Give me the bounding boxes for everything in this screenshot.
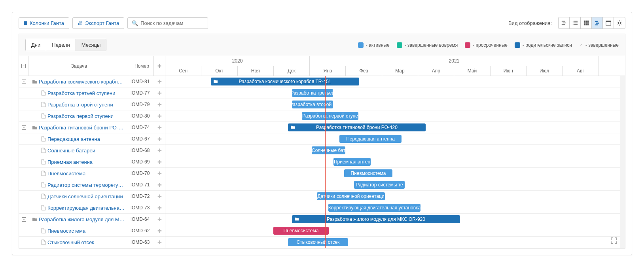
- svg-line-28: [617, 21, 618, 22]
- year-header: 2021: [310, 56, 599, 66]
- task-name-link[interactable]: Разработка третьей ступени: [47, 90, 126, 96]
- svg-rect-13: [585, 22, 587, 24]
- view-grid-icon[interactable]: [581, 17, 592, 28]
- gantt-bar[interactable]: Солнечные бат: [312, 146, 345, 154]
- task-name-link[interactable]: Пневмосистема: [47, 228, 126, 234]
- gantt-bar[interactable]: Корректирующая двигательная установка: [328, 204, 420, 212]
- gantt-export-button[interactable]: 🖶 Экспорт Ганта: [72, 17, 124, 29]
- add-column-button[interactable]: ✚: [154, 56, 165, 76]
- scale-weeks-tab[interactable]: Недели: [46, 39, 76, 51]
- gantt-bar[interactable]: Передающая антенна: [339, 135, 402, 143]
- add-subtask-button[interactable]: ✚: [154, 79, 165, 85]
- add-subtask-button[interactable]: ✚: [154, 159, 165, 165]
- chart-row: Разработка титановой брони РО-420: [165, 122, 625, 133]
- task-number: IOMD-72: [126, 194, 154, 199]
- add-subtask-button[interactable]: ✚: [154, 205, 165, 211]
- legend-swatch-done-ontime: [397, 42, 402, 48]
- task-name-link[interactable]: Солнечные батареи: [47, 148, 126, 154]
- expand-toggle[interactable]: −: [19, 217, 28, 222]
- gantt-bar[interactable]: Радиатор системы те: [354, 181, 405, 189]
- task-name-link[interactable]: Разработка космического корабля TR-451: [39, 79, 126, 85]
- add-subtask-button[interactable]: ✚: [154, 102, 165, 108]
- gantt-bar[interactable]: Разработка третьей: [292, 89, 333, 97]
- gantt-bar-label: Разработка второй с: [292, 101, 333, 108]
- task-name-link[interactable]: Стыковочный отсек: [47, 239, 126, 245]
- file-icon: [40, 171, 47, 176]
- task-number: IOMD-67: [126, 136, 154, 142]
- file-icon: [40, 148, 47, 153]
- month-header: Окт: [201, 66, 237, 76]
- add-subtask-button[interactable]: ✚: [154, 113, 165, 119]
- folder-icon: [290, 123, 295, 131]
- add-subtask-button[interactable]: ✚: [154, 171, 165, 177]
- task-name-link[interactable]: Разработка первой ступени: [47, 113, 126, 119]
- search-box[interactable]: 🔍: [127, 17, 208, 29]
- gantt-bar[interactable]: Пневмосистема: [344, 169, 392, 177]
- gantt-columns-button[interactable]: Ⅲ Колонки Ганта: [19, 17, 69, 29]
- collapse-all-button[interactable]: −: [19, 56, 28, 76]
- file-icon: [40, 228, 47, 233]
- task-number: IOMD-62: [126, 228, 154, 233]
- task-name-link[interactable]: Разработка второй ступени: [47, 102, 126, 108]
- file-icon: [40, 90, 47, 96]
- timeline-panel: 20202021 СенОктНояДекЯнвФевМарАпрМайИюнИ…: [165, 56, 625, 248]
- view-tree-icon[interactable]: [559, 17, 570, 28]
- fullscreen-button[interactable]: [611, 237, 617, 245]
- task-name-link[interactable]: Радиатор системы терморегулирования: [47, 182, 126, 188]
- add-subtask-button[interactable]: ✚: [154, 136, 165, 142]
- task-name-link[interactable]: Передающая антенна: [47, 136, 126, 142]
- gantt-bar[interactable]: Разработка космического корабля TR-451: [211, 78, 359, 85]
- task-name-link[interactable]: Разработка жилого модуля для МКС OR-920: [39, 216, 126, 222]
- folder-icon: [213, 78, 218, 85]
- timeline-header: 20202021 СенОктНояДекЯнвФевМарАпрМайИюнИ…: [165, 56, 625, 76]
- add-subtask-button[interactable]: ✚: [154, 228, 165, 234]
- chart-area[interactable]: Разработка космического корабля TR-451Ра…: [165, 76, 625, 248]
- month-header: Авг: [563, 66, 599, 76]
- view-settings-icon[interactable]: [614, 17, 625, 28]
- legend-done-label: - завершенные: [585, 42, 619, 48]
- search-input[interactable]: [140, 20, 204, 26]
- gantt-bar[interactable]: Разработка первой ступе: [302, 112, 358, 120]
- expand-toggle[interactable]: −: [19, 125, 28, 130]
- scale-days-tab[interactable]: Дни: [26, 39, 46, 51]
- scrollbar[interactable]: [620, 76, 625, 248]
- task-row: −Разработка жилого модуля для МКС OR-920…: [19, 214, 165, 225]
- gantt-bar[interactable]: Разработка жилого модуля для МКС OR-920: [292, 215, 460, 223]
- gantt-bar[interactable]: Стыковочный отсек: [288, 238, 348, 246]
- scale-months-tab[interactable]: Месяцы: [76, 39, 106, 51]
- legend-overdue-label: - просроченные: [473, 42, 508, 48]
- add-subtask-button[interactable]: ✚: [154, 125, 165, 131]
- legend-overdue: - просроченные: [465, 42, 508, 48]
- add-subtask-button[interactable]: ✚: [154, 90, 165, 96]
- add-subtask-button[interactable]: ✚: [154, 216, 165, 222]
- add-subtask-button[interactable]: ✚: [154, 148, 165, 154]
- task-name-link[interactable]: Разработка титановой брони РО-420: [39, 125, 126, 131]
- view-list-icon[interactable]: [570, 17, 581, 28]
- month-header: Мар: [382, 66, 418, 76]
- task-name-link[interactable]: Датчики солнечной ориентации: [47, 194, 126, 199]
- legend-done-ontime-label: - завершенные вовремя: [405, 42, 458, 48]
- task-name-link[interactable]: Корректирующая двигательная установка: [47, 205, 126, 211]
- svg-rect-3: [572, 21, 573, 22]
- chart-row: Разработка космического корабля TR-451: [165, 76, 625, 87]
- legend-parent: - родительские записи: [515, 42, 572, 48]
- view-calendar-icon[interactable]: [603, 17, 614, 28]
- svg-line-30: [617, 25, 618, 25]
- add-subtask-button[interactable]: ✚: [154, 239, 165, 245]
- add-subtask-button[interactable]: ✚: [154, 182, 165, 188]
- gantt-bar[interactable]: Пневмосистема: [273, 227, 329, 235]
- gantt-bar[interactable]: Датчики солнечной ориентаци: [317, 192, 385, 200]
- task-name-link[interactable]: Пневмосистема: [47, 171, 126, 177]
- today-line: [325, 76, 326, 248]
- add-subtask-button[interactable]: ✚: [154, 194, 165, 199]
- gantt-bar[interactable]: Разработка титановой брони РО-420: [288, 123, 426, 131]
- view-gantt-icon[interactable]: [592, 17, 603, 28]
- expand-toggle[interactable]: −: [19, 80, 28, 84]
- scale-tabs: Дни Недели Месяцы: [25, 39, 106, 51]
- gantt-bar[interactable]: Разработка второй с: [292, 101, 333, 108]
- gantt-bar[interactable]: Приемная антен: [333, 158, 371, 166]
- svg-rect-7: [572, 25, 573, 25]
- svg-rect-20: [595, 25, 597, 26]
- task-name-link[interactable]: Приемная антенна: [47, 159, 126, 165]
- chart-row: Стыковочный отсек: [165, 237, 625, 248]
